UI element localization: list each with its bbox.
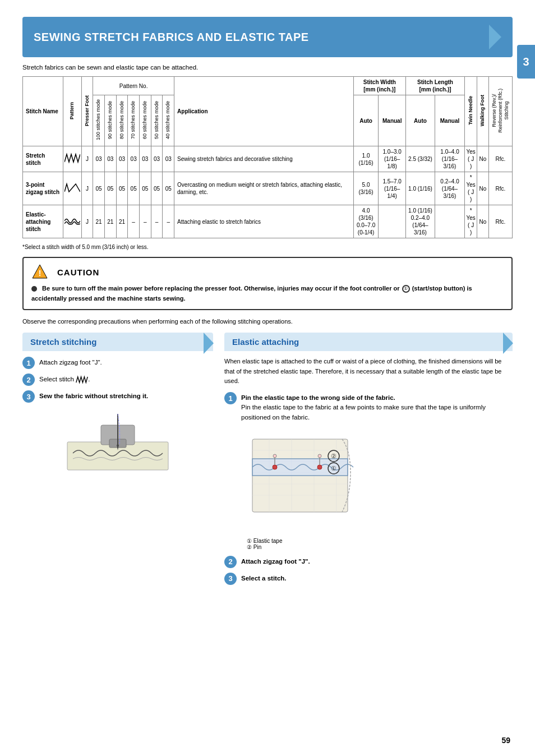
section-arrow-icon xyxy=(503,333,513,354)
mode-100: 100 stitches mode xyxy=(93,95,105,146)
elastic-step-1-text: Pin the elastic tape to the wrong side o… xyxy=(241,392,513,422)
elastic-attaching-title: Elastic attaching xyxy=(232,337,299,347)
diagram-label-1: ① Elastic tape xyxy=(247,538,513,544)
elastic-step-1: 1 Pin the elastic tape to the wrong side… xyxy=(224,392,513,422)
mode-60-cell: 03 xyxy=(139,146,151,172)
diagram-labels: ① Elastic tape ② Pin xyxy=(247,538,513,550)
presser-foot-cell: J xyxy=(81,146,93,172)
elastic-attaching-header: Elastic attaching xyxy=(224,333,513,351)
mode-80-cell: 21 xyxy=(116,205,128,238)
mode-80-cell: 03 xyxy=(116,146,128,172)
application-cell: Attaching elastic to stretch fabrics xyxy=(174,205,354,238)
step-2-stitch-icon xyxy=(76,375,88,384)
step-2: 2 Select stitch . xyxy=(22,374,213,386)
diagram-label-2: ② Pin xyxy=(247,544,513,550)
page: 3 SEWING STRETCH FABRICS AND ELASTIC TAP… xyxy=(0,0,535,756)
mode-40-cell: 05 xyxy=(163,172,174,205)
sl-manual-cell: 0.2–4.0(1/64–3/16) xyxy=(435,172,464,205)
mode-70-cell: 03 xyxy=(128,146,140,172)
walking-foot-header: Walking Foot xyxy=(477,77,489,146)
twin-needle-cell: Yes( J ) xyxy=(465,146,477,172)
stitch-width-auto: Auto xyxy=(353,95,379,146)
svg-point-18 xyxy=(273,465,277,469)
mode-70-cell: – xyxy=(128,205,140,238)
twin-needle-cell: *Yes( J ) xyxy=(465,172,477,205)
side-tab: 3 xyxy=(517,45,535,79)
elastic-attaching-section: Elastic attaching When elastic tape is a… xyxy=(224,333,513,589)
stitch-name-cell: Elastic-attachingstitch xyxy=(23,205,63,238)
twin-needle-header: Twin Needle xyxy=(465,77,477,146)
stitch-name-cell: 3-pointzigzag stitch xyxy=(23,172,63,205)
rfc-cell: Rfc. xyxy=(488,146,512,172)
walking-foot-cell: No xyxy=(477,146,489,172)
mode-90-cell: 21 xyxy=(104,205,116,238)
two-col-section: Stretch stitching 1 Attach zigzag foot "… xyxy=(22,333,513,589)
sw-manual-cell xyxy=(379,205,406,238)
page-header: SEWING STRETCH FABRICS AND ELASTIC TAPE xyxy=(22,17,513,57)
bullet-icon xyxy=(31,286,37,292)
caution-strong-text: Be sure to turn off the main power befor… xyxy=(42,285,402,292)
zigzag-symbol xyxy=(64,182,80,194)
stitch-width-manual: Manual xyxy=(379,95,406,146)
sw-auto-cell: 1.0 (1/16) xyxy=(353,146,379,172)
mode-100-cell: 21 xyxy=(93,205,105,238)
intro-text: Stretch fabrics can be sewn and elastic … xyxy=(22,64,513,71)
mode-90-cell: 05 xyxy=(104,172,116,205)
elastic-step-3-text: Select a stitch. xyxy=(241,573,287,583)
presser-foot-header: Presser Foot xyxy=(81,77,93,146)
mode-100-cell: 03 xyxy=(93,146,105,172)
mode-100-cell: 05 xyxy=(93,172,105,205)
application-cell: Overcasting on medium weight or stretch … xyxy=(174,172,354,205)
mode-50: 50 stitches mode xyxy=(151,95,163,146)
stitch-length-manual: Manual xyxy=(435,95,464,146)
caution-text: Be sure to turn off the main power befor… xyxy=(31,284,504,303)
stitch-pattern-cell xyxy=(63,205,81,238)
sl-auto-cell: 1.0 (1/16) xyxy=(405,172,435,205)
start-stop-icon: ① xyxy=(402,285,410,293)
mode-60: 60 stitches mode xyxy=(139,95,151,146)
mode-90-cell: 03 xyxy=(104,146,116,172)
sw-manual-cell: 1.5–7.0(1/16–1/4) xyxy=(379,172,406,205)
application-cell: Sewing stretch fabrics and decorative st… xyxy=(174,146,354,172)
stitch-pattern-cell xyxy=(63,172,81,205)
svg-point-23 xyxy=(318,454,321,458)
stretch-stitching-title: Stretch stitching xyxy=(30,337,96,347)
mode-50-cell: 05 xyxy=(151,172,163,205)
sewing-illustration xyxy=(56,408,179,481)
rfc-cell: Rfc. xyxy=(488,205,512,238)
walking-foot-cell: No xyxy=(477,172,489,205)
caution-header: ! CAUTION xyxy=(31,264,504,280)
walking-foot-cell: No xyxy=(477,205,489,238)
stitch-length-auto: Auto xyxy=(405,95,435,146)
step-3: 3 Sew the fabric without stretching it. xyxy=(22,390,213,403)
stretch-stitching-section: Stretch stitching 1 Attach zigzag foot "… xyxy=(22,333,213,589)
stitch-name-header: Stitch Name xyxy=(23,77,63,146)
rfc-cell: Rfc. xyxy=(488,172,512,205)
mode-70-cell: 05 xyxy=(128,172,140,205)
mode-40-cell: – xyxy=(163,205,174,238)
svg-point-20 xyxy=(273,454,276,458)
mode-60-cell: – xyxy=(139,205,151,238)
mode-60-cell: 05 xyxy=(139,172,151,205)
page-title: SEWING STRETCH FABRICS AND ELASTIC TAPE xyxy=(34,31,309,44)
mode-40: 40 stitches mode xyxy=(163,95,174,146)
stretch-stitch-symbol xyxy=(64,152,80,164)
main-table: Stitch Name Pattern Presser Foot Pattern… xyxy=(22,76,513,238)
elastic-step-2-text: Attach zigzag foot "J". xyxy=(241,556,310,566)
stitch-length-header: Stitch Length[mm (inch.)] xyxy=(405,77,464,95)
table-row: Elastic-attachingstitch J 21 21 21 – – –… xyxy=(23,205,513,238)
svg-point-21 xyxy=(317,465,322,469)
stitch-width-header: Stitch Width[mm (inch.)] xyxy=(353,77,405,95)
pattern-no-header: Pattern No. xyxy=(93,77,174,95)
elastic-step-3: 3 Select a stitch. xyxy=(224,573,513,585)
observe-text: Observe the corresponding precautions wh… xyxy=(22,318,513,325)
section-arrow-icon xyxy=(204,333,214,354)
sl-manual-cell: 1.0–4.0(1/16–3/16) xyxy=(435,146,464,172)
table-row: Stretch stitch J 03 03 03 03 03 03 03 Se… xyxy=(23,146,513,172)
elastic-step-2-circle: 2 xyxy=(224,556,237,568)
elastic-intro: When elastic tape is attached to the cuf… xyxy=(224,357,513,386)
pattern-header: Pattern xyxy=(63,77,81,146)
sw-auto-cell: 5.0 (3/16) xyxy=(353,172,379,205)
presser-foot-cell: J xyxy=(81,172,93,205)
caution-triangle-icon: ! xyxy=(31,264,48,279)
